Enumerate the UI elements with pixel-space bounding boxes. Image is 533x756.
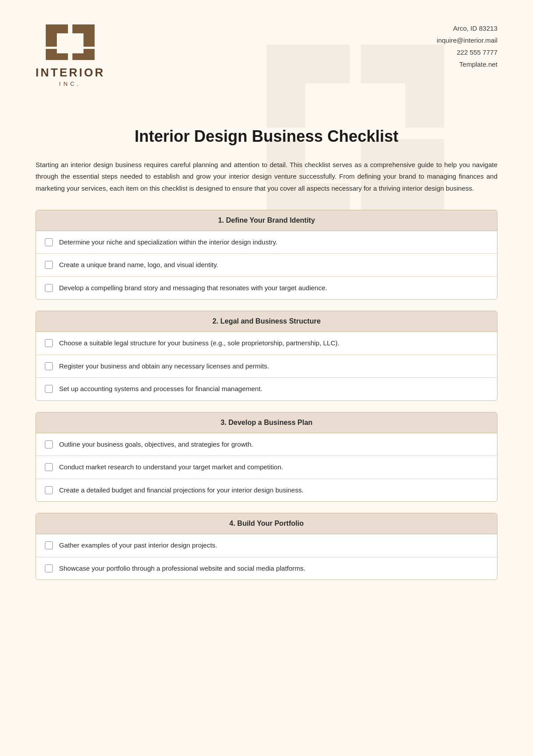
item-text: Outline your business goals, objectives,… xyxy=(59,440,488,450)
sections-container: 1. Define Your Brand IdentityDetermine y… xyxy=(36,210,497,580)
contact-info: Arco, ID 83213 inquire@interior.mail 222… xyxy=(437,22,497,70)
checkbox[interactable] xyxy=(45,440,53,448)
checkbox[interactable] xyxy=(45,564,53,572)
logo-subtext: INC. xyxy=(59,80,81,87)
header: INTERIOR INC. Arco, ID 83213 inquire@int… xyxy=(0,0,533,105)
section-3-heading: 3. Develop a Business Plan xyxy=(36,412,497,433)
page-title: Interior Design Business Checklist xyxy=(36,127,497,146)
logo-area: INTERIOR INC. xyxy=(36,22,105,87)
checklist-item: Develop a compelling brand story and mes… xyxy=(36,277,497,300)
checkbox[interactable] xyxy=(45,238,53,246)
item-text: Set up accounting systems and processes … xyxy=(59,384,488,394)
checkbox[interactable] xyxy=(45,385,53,393)
section-2-heading: 2. Legal and Business Structure xyxy=(36,311,497,332)
checkbox[interactable] xyxy=(45,362,53,370)
checkbox[interactable] xyxy=(45,261,53,269)
item-text: Create a unique brand name, logo, and vi… xyxy=(59,260,488,270)
main-content: Interior Design Business Checklist Start… xyxy=(0,105,533,618)
section-4-heading: 4. Build Your Portfolio xyxy=(36,513,497,534)
checklist-item: Gather examples of your past interior de… xyxy=(36,534,497,557)
item-text: Determine your niche and specialization … xyxy=(59,237,488,248)
checklist-item: Choose a suitable legal structure for yo… xyxy=(36,332,497,355)
item-text: Choose a suitable legal structure for yo… xyxy=(59,338,488,348)
checklist-item: Conduct market research to understand yo… xyxy=(36,456,497,479)
checklist-item: Create a unique brand name, logo, and vi… xyxy=(36,254,497,277)
checklist-item: Outline your business goals, objectives,… xyxy=(36,433,497,456)
checkbox[interactable] xyxy=(45,284,53,292)
checkbox[interactable] xyxy=(45,339,53,347)
item-text: Develop a compelling brand story and mes… xyxy=(59,283,488,293)
contact-website: Template.net xyxy=(437,58,497,70)
section-4: 4. Build Your PortfolioGather examples o… xyxy=(36,513,497,580)
page: INTERIOR INC. Arco, ID 83213 inquire@int… xyxy=(0,0,533,756)
section-1: 1. Define Your Brand IdentityDetermine y… xyxy=(36,210,497,300)
checklist-item: Showcase your portfolio through a profes… xyxy=(36,557,497,580)
section-3: 3. Develop a Business PlanOutline your b… xyxy=(36,412,497,502)
checklist-item: Set up accounting systems and processes … xyxy=(36,378,497,400)
item-text: Showcase your portfolio through a profes… xyxy=(59,564,488,574)
section-1-heading: 1. Define Your Brand Identity xyxy=(36,210,497,231)
item-text: Gather examples of your past interior de… xyxy=(59,540,488,551)
contact-address: Arco, ID 83213 xyxy=(437,22,497,34)
intro-paragraph: Starting an interior design business req… xyxy=(36,159,497,194)
logo-company-name: INTERIOR xyxy=(36,66,105,80)
checkbox[interactable] xyxy=(45,541,53,549)
checkbox[interactable] xyxy=(45,463,53,471)
contact-phone: 222 555 7777 xyxy=(437,46,497,58)
section-2: 2. Legal and Business StructureChoose a … xyxy=(36,311,497,401)
item-text: Create a detailed budget and financial p… xyxy=(59,485,488,496)
logo-icon xyxy=(44,22,97,62)
svg-rect-9 xyxy=(57,33,84,53)
checklist-item: Create a detailed budget and financial p… xyxy=(36,479,497,502)
item-text: Conduct market research to understand yo… xyxy=(59,462,488,472)
checkbox[interactable] xyxy=(45,486,53,494)
checklist-item: Determine your niche and specialization … xyxy=(36,231,497,254)
item-text: Register your business and obtain any ne… xyxy=(59,361,488,372)
contact-email: inquire@interior.mail xyxy=(437,34,497,46)
checklist-item: Register your business and obtain any ne… xyxy=(36,355,497,378)
